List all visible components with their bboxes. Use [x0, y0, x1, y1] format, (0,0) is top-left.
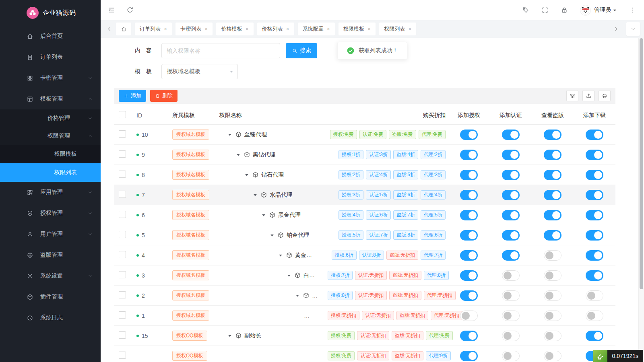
tabs-scroll-right-icon[interactable] [613, 26, 619, 32]
toggle-view-piracy[interactable] [544, 190, 561, 200]
tab-close-icon[interactable]: × [408, 26, 411, 32]
toggle-add-authorization[interactable] [460, 311, 478, 321]
tab-close-icon[interactable]: × [164, 26, 167, 32]
toggle-add-subordinate[interactable] [586, 210, 603, 220]
tab-close-icon[interactable]: × [204, 26, 208, 32]
toggle-add-subordinate[interactable] [586, 311, 603, 321]
toggle-view-piracy[interactable] [544, 250, 561, 261]
row-checkbox[interactable] [119, 171, 126, 178]
toggle-view-piracy[interactable] [544, 150, 561, 160]
permission-name-input[interactable] [161, 43, 280, 58]
toggle-add-authorization[interactable] [460, 351, 478, 361]
sidebar-item-7[interactable]: 权限列表 [0, 163, 101, 182]
tab-item-2[interactable]: 卡密列表× [175, 23, 213, 35]
sidebar-item-6[interactable]: 权限模板 [0, 145, 101, 163]
sidebar-item-2[interactable]: 卡密管理 [0, 68, 101, 88]
refresh-icon[interactable] [126, 6, 134, 14]
sidebar-item-3[interactable]: 模板管理 [0, 88, 101, 109]
toggle-add-authorization[interactable] [460, 250, 478, 261]
search-button[interactable]: 搜索 [286, 43, 317, 58]
tab-close-icon[interactable]: × [286, 26, 289, 32]
tab-close-icon[interactable]: × [367, 26, 371, 32]
tag-icon[interactable] [522, 6, 529, 14]
sidebar-item-4[interactable]: 价格管理 [0, 109, 101, 127]
row-checkbox[interactable] [119, 271, 126, 278]
toggle-add-authorization[interactable] [460, 270, 478, 281]
sidebar-item-5[interactable]: 权限管理 [0, 127, 101, 145]
toggle-add-authorization[interactable] [460, 331, 478, 341]
more-menu-icon[interactable] [629, 6, 636, 14]
toggle-add-subordinate[interactable] [586, 170, 603, 180]
toggle-add-authorization[interactable] [460, 150, 478, 160]
toggle-add-subordinate[interactable] [586, 130, 603, 140]
toggle-add-authorization[interactable] [460, 230, 478, 241]
toggle-view-piracy[interactable] [544, 170, 561, 180]
sidebar-item-11[interactable]: 盗版管理 [0, 245, 101, 265]
toggle-add-subordinate[interactable] [586, 290, 603, 301]
toggle-view-piracy[interactable] [544, 210, 561, 220]
toggle-add-certification[interactable] [502, 290, 520, 301]
delete-button[interactable]: 删除 [150, 90, 178, 102]
tab-close-icon[interactable]: × [245, 26, 248, 32]
tab-item-3[interactable]: 价格模板× [216, 23, 253, 35]
toggle-add-authorization[interactable] [460, 290, 478, 301]
tree-collapse-icon[interactable] [295, 294, 299, 298]
toggle-add-certification[interactable] [502, 331, 520, 341]
tree-collapse-icon[interactable] [270, 233, 274, 237]
columns-filter-button[interactable] [566, 90, 578, 101]
toggle-view-piracy[interactable] [544, 230, 561, 241]
toggle-add-subordinate[interactable] [586, 250, 603, 261]
select-all-checkbox[interactable] [119, 111, 126, 118]
toggle-view-piracy[interactable] [544, 130, 561, 140]
toggle-add-certification[interactable] [502, 351, 520, 361]
toggle-add-authorization[interactable] [460, 210, 478, 220]
row-checkbox[interactable] [119, 311, 126, 319]
sidebar-item-12[interactable]: 系统设置 [0, 265, 101, 286]
print-button[interactable] [599, 90, 611, 101]
tab-item-7[interactable]: 权限列表× [379, 23, 416, 35]
tab-item-4[interactable]: 价格列表× [257, 23, 294, 35]
user-name[interactable]: 管理员 [594, 6, 611, 14]
template-select[interactable]: 授权域名模板 [161, 64, 238, 79]
tab-item-6[interactable]: 权限模板× [339, 23, 376, 35]
toggle-view-piracy[interactable] [544, 290, 561, 301]
tabs-dropdown-button[interactable] [626, 22, 640, 36]
row-checkbox[interactable] [119, 191, 126, 198]
tree-collapse-icon[interactable] [228, 133, 232, 137]
row-checkbox[interactable] [119, 231, 126, 238]
tree-collapse-icon[interactable] [245, 173, 249, 177]
row-checkbox[interactable] [119, 291, 126, 298]
tab-item-5[interactable]: 系统配置× [298, 23, 335, 35]
sidebar-item-14[interactable]: 系统日志 [0, 307, 101, 328]
toggle-add-subordinate[interactable] [586, 190, 603, 200]
tree-collapse-icon[interactable] [253, 193, 257, 197]
sidebar-item-13[interactable]: 插件管理 [0, 286, 101, 307]
toggle-add-certification[interactable] [502, 190, 520, 200]
sidebar-item-1[interactable]: 订单列表 [0, 47, 101, 68]
tree-collapse-icon[interactable] [236, 153, 240, 157]
toggle-add-certification[interactable] [502, 150, 520, 160]
toggle-add-authorization[interactable] [460, 190, 478, 200]
sidebar-item-0[interactable]: 后台首页 [0, 26, 101, 47]
toggle-add-certification[interactable] [502, 270, 520, 281]
tabs-scroll-left-icon[interactable] [106, 26, 113, 32]
tree-collapse-icon[interactable] [262, 213, 266, 217]
tab-close-icon[interactable]: × [327, 26, 330, 32]
row-checkbox[interactable] [119, 251, 126, 258]
avatar[interactable] [580, 5, 591, 16]
toggle-add-certification[interactable] [502, 130, 520, 140]
scrollbar-thumb[interactable] [640, 38, 643, 289]
user-caret-down-icon[interactable] [613, 8, 617, 12]
fullscreen-icon[interactable] [541, 6, 549, 14]
sidebar-item-10[interactable]: 用户管理 [0, 224, 101, 245]
tab-home[interactable] [116, 23, 131, 35]
collapse-sidebar-icon[interactable] [108, 6, 115, 14]
sidebar-item-8[interactable]: 应用管理 [0, 182, 101, 203]
toggle-add-certification[interactable] [502, 311, 520, 321]
row-checkbox[interactable] [119, 130, 126, 138]
toggle-view-piracy[interactable] [544, 311, 561, 321]
toggle-add-subordinate[interactable] [586, 331, 603, 341]
toggle-add-certification[interactable] [502, 210, 520, 220]
toggle-add-subordinate[interactable] [586, 150, 603, 160]
tab-item-1[interactable]: 订单列表× [135, 23, 172, 35]
